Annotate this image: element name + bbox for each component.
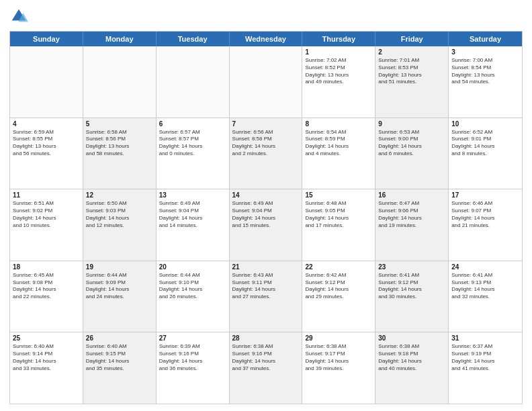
- cal-cell-2: 2Sunrise: 7:01 AM Sunset: 8:53 PM Daylig…: [375, 46, 449, 118]
- day-info: Sunrise: 6:38 AM Sunset: 9:17 PM Dayligh…: [305, 343, 372, 372]
- day-info: Sunrise: 6:50 AM Sunset: 9:03 PM Dayligh…: [86, 200, 153, 229]
- calendar-body: 1Sunrise: 7:02 AM Sunset: 8:52 PM Daylig…: [10, 46, 522, 404]
- day-info: Sunrise: 6:57 AM Sunset: 8:57 PM Dayligh…: [159, 129, 226, 158]
- day-info: Sunrise: 6:49 AM Sunset: 9:04 PM Dayligh…: [232, 200, 300, 229]
- day-number: 16: [378, 191, 445, 199]
- day-info: Sunrise: 6:51 AM Sunset: 9:02 PM Dayligh…: [13, 200, 80, 229]
- day-info: Sunrise: 6:40 AM Sunset: 9:15 PM Dayligh…: [86, 343, 153, 372]
- day-info: Sunrise: 7:00 AM Sunset: 8:54 PM Dayligh…: [451, 57, 519, 86]
- day-number: 18: [13, 263, 80, 271]
- day-info: Sunrise: 6:37 AM Sunset: 9:19 PM Dayligh…: [451, 343, 519, 372]
- day-info: Sunrise: 6:43 AM Sunset: 9:11 PM Dayligh…: [232, 272, 300, 301]
- day-info: Sunrise: 6:39 AM Sunset: 9:16 PM Dayligh…: [159, 343, 226, 372]
- day-info: Sunrise: 6:38 AM Sunset: 9:16 PM Dayligh…: [232, 343, 300, 372]
- calendar-row-1: 1Sunrise: 7:02 AM Sunset: 8:52 PM Daylig…: [10, 46, 522, 118]
- calendar-row-3: 11Sunrise: 6:51 AM Sunset: 9:02 PM Dayli…: [10, 189, 522, 261]
- cal-cell-1: 1Sunrise: 7:02 AM Sunset: 8:52 PM Daylig…: [302, 46, 375, 118]
- header-day-tuesday: Tuesday: [157, 32, 230, 46]
- day-number: 31: [451, 334, 519, 342]
- day-number: 28: [232, 334, 300, 342]
- page: SundayMondayTuesdayWednesdayThursdayFrid…: [0, 0, 532, 411]
- cal-cell-24: 24Sunrise: 6:41 AM Sunset: 9:13 PM Dayli…: [449, 261, 522, 332]
- cal-cell-28: 28Sunrise: 6:38 AM Sunset: 9:16 PM Dayli…: [230, 332, 303, 404]
- cal-cell-empty-0-3: [230, 46, 303, 118]
- calendar-row-5: 25Sunrise: 6:40 AM Sunset: 9:14 PM Dayli…: [10, 332, 522, 404]
- header: [9, 7, 523, 26]
- day-info: Sunrise: 6:54 AM Sunset: 8:59 PM Dayligh…: [305, 129, 372, 158]
- day-info: Sunrise: 6:47 AM Sunset: 9:06 PM Dayligh…: [378, 200, 445, 229]
- header-day-saturday: Saturday: [449, 32, 522, 46]
- day-info: Sunrise: 6:56 AM Sunset: 8:58 PM Dayligh…: [232, 129, 300, 158]
- day-number: 29: [305, 334, 372, 342]
- cal-cell-9: 9Sunrise: 6:53 AM Sunset: 9:00 PM Daylig…: [375, 118, 449, 189]
- cal-cell-22: 22Sunrise: 6:42 AM Sunset: 9:12 PM Dayli…: [302, 261, 375, 332]
- cal-cell-23: 23Sunrise: 6:41 AM Sunset: 9:12 PM Dayli…: [375, 261, 449, 332]
- day-number: 12: [86, 191, 153, 199]
- day-number: 30: [378, 334, 445, 342]
- day-number: 5: [86, 120, 153, 128]
- day-number: 14: [232, 191, 300, 199]
- cal-cell-27: 27Sunrise: 6:39 AM Sunset: 9:16 PM Dayli…: [157, 332, 230, 404]
- day-number: 1: [305, 48, 372, 56]
- day-info: Sunrise: 7:02 AM Sunset: 8:52 PM Dayligh…: [305, 57, 372, 86]
- day-info: Sunrise: 6:45 AM Sunset: 9:08 PM Dayligh…: [13, 272, 80, 301]
- header-day-monday: Monday: [83, 32, 157, 46]
- cal-cell-empty-0-0: [10, 46, 83, 118]
- day-info: Sunrise: 6:38 AM Sunset: 9:18 PM Dayligh…: [378, 343, 445, 372]
- cal-cell-5: 5Sunrise: 6:58 AM Sunset: 8:56 PM Daylig…: [83, 118, 157, 189]
- cal-cell-10: 10Sunrise: 6:52 AM Sunset: 9:01 PM Dayli…: [449, 118, 522, 189]
- day-info: Sunrise: 6:58 AM Sunset: 8:56 PM Dayligh…: [86, 129, 153, 158]
- cal-cell-12: 12Sunrise: 6:50 AM Sunset: 9:03 PM Dayli…: [83, 189, 157, 261]
- day-number: 22: [305, 263, 372, 271]
- calendar-row-4: 18Sunrise: 6:45 AM Sunset: 9:08 PM Dayli…: [10, 261, 522, 332]
- cal-cell-4: 4Sunrise: 6:59 AM Sunset: 8:55 PM Daylig…: [10, 118, 83, 189]
- day-info: Sunrise: 7:01 AM Sunset: 8:53 PM Dayligh…: [378, 57, 445, 86]
- day-number: 3: [451, 48, 519, 56]
- header-day-sunday: Sunday: [10, 32, 83, 46]
- cal-cell-6: 6Sunrise: 6:57 AM Sunset: 8:57 PM Daylig…: [157, 118, 230, 189]
- day-number: 19: [86, 263, 153, 271]
- cal-cell-31: 31Sunrise: 6:37 AM Sunset: 9:19 PM Dayli…: [449, 332, 522, 404]
- cal-cell-3: 3Sunrise: 7:00 AM Sunset: 8:54 PM Daylig…: [449, 46, 522, 118]
- day-info: Sunrise: 6:46 AM Sunset: 9:07 PM Dayligh…: [451, 200, 519, 229]
- cal-cell-19: 19Sunrise: 6:44 AM Sunset: 9:09 PM Dayli…: [83, 261, 157, 332]
- day-number: 7: [232, 120, 300, 128]
- day-number: 23: [378, 263, 445, 271]
- day-number: 25: [13, 334, 80, 342]
- cal-cell-14: 14Sunrise: 6:49 AM Sunset: 9:04 PM Dayli…: [230, 189, 303, 261]
- day-number: 13: [159, 191, 226, 199]
- cal-cell-15: 15Sunrise: 6:48 AM Sunset: 9:05 PM Dayli…: [302, 189, 375, 261]
- day-number: 24: [451, 263, 519, 271]
- day-number: 10: [451, 120, 519, 128]
- day-number: 26: [86, 334, 153, 342]
- day-info: Sunrise: 6:48 AM Sunset: 9:05 PM Dayligh…: [305, 200, 372, 229]
- logo-icon: [9, 7, 28, 26]
- day-number: 6: [159, 120, 226, 128]
- day-info: Sunrise: 6:40 AM Sunset: 9:14 PM Dayligh…: [13, 343, 80, 372]
- cal-cell-17: 17Sunrise: 6:46 AM Sunset: 9:07 PM Dayli…: [449, 189, 522, 261]
- day-number: 20: [159, 263, 226, 271]
- header-day-wednesday: Wednesday: [230, 32, 303, 46]
- day-info: Sunrise: 6:44 AM Sunset: 9:10 PM Dayligh…: [159, 272, 226, 301]
- day-info: Sunrise: 6:52 AM Sunset: 9:01 PM Dayligh…: [451, 129, 519, 158]
- day-number: 2: [378, 48, 445, 56]
- day-info: Sunrise: 6:49 AM Sunset: 9:04 PM Dayligh…: [159, 200, 226, 229]
- day-number: 27: [159, 334, 226, 342]
- logo: [9, 7, 31, 26]
- day-info: Sunrise: 6:59 AM Sunset: 8:55 PM Dayligh…: [13, 129, 80, 158]
- cal-cell-13: 13Sunrise: 6:49 AM Sunset: 9:04 PM Dayli…: [157, 189, 230, 261]
- calendar-header: SundayMondayTuesdayWednesdayThursdayFrid…: [10, 32, 522, 46]
- day-number: 8: [305, 120, 372, 128]
- header-day-thursday: Thursday: [302, 32, 375, 46]
- day-info: Sunrise: 6:44 AM Sunset: 9:09 PM Dayligh…: [86, 272, 153, 301]
- cal-cell-25: 25Sunrise: 6:40 AM Sunset: 9:14 PM Dayli…: [10, 332, 83, 404]
- day-number: 9: [378, 120, 445, 128]
- day-number: 17: [451, 191, 519, 199]
- cal-cell-30: 30Sunrise: 6:38 AM Sunset: 9:18 PM Dayli…: [375, 332, 449, 404]
- cal-cell-18: 18Sunrise: 6:45 AM Sunset: 9:08 PM Dayli…: [10, 261, 83, 332]
- day-info: Sunrise: 6:42 AM Sunset: 9:12 PM Dayligh…: [305, 272, 372, 301]
- cal-cell-21: 21Sunrise: 6:43 AM Sunset: 9:11 PM Dayli…: [230, 261, 303, 332]
- header-day-friday: Friday: [375, 32, 449, 46]
- cal-cell-8: 8Sunrise: 6:54 AM Sunset: 8:59 PM Daylig…: [302, 118, 375, 189]
- cal-cell-29: 29Sunrise: 6:38 AM Sunset: 9:17 PM Dayli…: [302, 332, 375, 404]
